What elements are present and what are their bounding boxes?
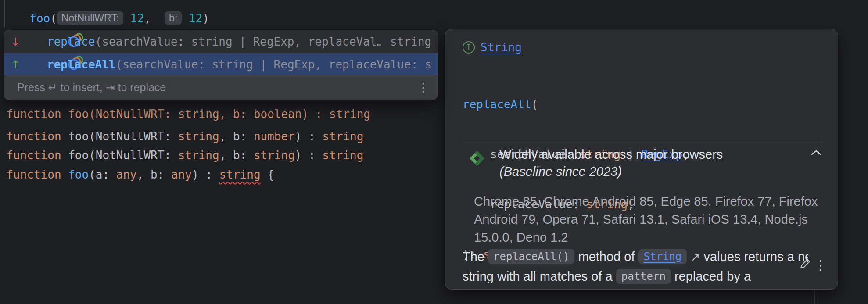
completion-hint-bar: Press ↵ to insert, ⇥ to replace ⋮ [4,75,438,100]
code-line-call[interactable]: foo(NotNullWRT: 12, b: 12) [16,0,209,9]
doc-more-icon[interactable]: ⋮ [814,257,827,274]
method-icon [26,30,43,53]
string-type-link[interactable]: String [481,41,522,54]
pattern-code-chip: pattern [616,269,671,284]
completion-signature: (searchValue: string | RegExp, replaceVa… [95,35,382,48]
edit-pencil-icon[interactable] [797,256,813,273]
completion-name: replaceAll [47,58,116,71]
string-doc-link[interactable]: String [638,249,687,264]
completion-hint-text: Press ↵ to insert, ⇥ to replace [17,81,166,94]
documentation-popup: I String replaceAll( searchValue: string… [445,29,838,290]
replaceall-code-chip: replaceAll() [488,249,574,264]
doc-description: The replaceAll() method of String ↗ valu… [463,247,808,286]
completion-return-type: string [381,35,431,48]
baseline-title: Widely available across major browsers [499,146,723,163]
code-line-overload-1[interactable]: function foo(NotNullWRT: string, b: numb… [0,108,363,127]
code-line-overload-2[interactable]: function foo(NotNullWRT: string, b: stri… [0,127,363,146]
method-icon [26,53,43,76]
code-line-replace-call[interactable]: ···"".replace() [2,10,128,29]
editor-column-guide [814,290,815,304]
interface-icon: I [463,41,475,54]
completion-name: replace [47,35,95,48]
inlay-hint-param2: b: [165,11,182,25]
completion-more-icon[interactable]: ⋮ [417,75,430,100]
doc-header: I String [463,41,522,54]
completion-item-replaceall[interactable]: ↑ replaceAll (searchValue: string | RegE… [4,53,438,76]
code-line-overload-3[interactable]: function foo(a: any, b: any) : string { [0,147,274,165]
external-link-icon: ↗ [687,250,703,264]
chevron-up-icon[interactable] [811,150,822,180]
completion-signature: (searchValue: string | RegExp, replaceVa… [116,58,431,71]
completion-popup: ↓ replace (searchValue: string | RegExp,… [4,30,438,100]
rank-down-icon: ↓ [11,36,26,48]
divider [461,141,823,141]
baseline-check-icon [464,150,490,180]
baseline-text: Widely available across major browsers (… [499,146,723,180]
baseline-subtitle: (Baseline since 2023) [499,163,723,180]
completion-item-replace[interactable]: ↓ replace (searchValue: string | RegExp,… [4,30,438,53]
browser-compat-text: Chrome 85, Chrome Android 85, Edge 85, F… [474,193,818,247]
rank-up-icon: ↑ [11,58,26,71]
baseline-widget: Widely available across major browsers (… [464,146,822,180]
